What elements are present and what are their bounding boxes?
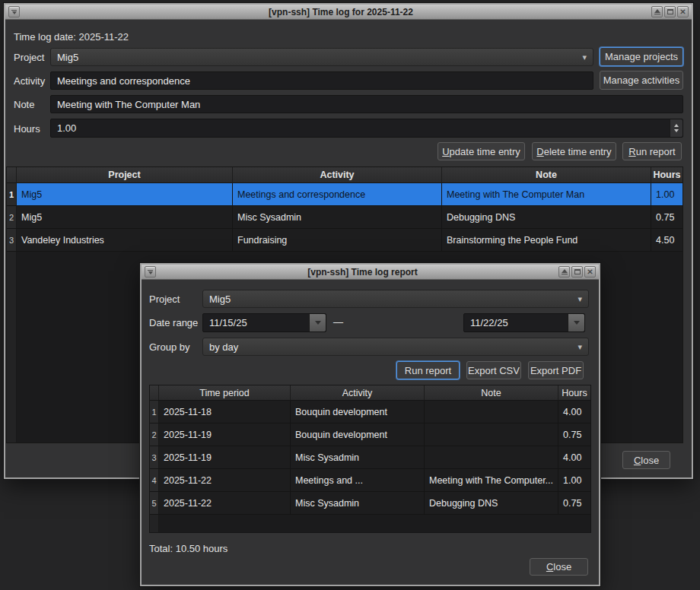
row-number[interactable]: 3 bbox=[7, 229, 17, 252]
time-log-date-label: Time log date: 2025-11-22 bbox=[14, 31, 129, 43]
row-number[interactable]: 2 bbox=[7, 206, 17, 229]
main-close-button[interactable]: Close bbox=[622, 451, 670, 469]
cell-time-period[interactable]: 2025-11-22 bbox=[159, 492, 291, 515]
dialog-window-close-button[interactable]: ✕ bbox=[584, 266, 596, 278]
hours-stepper[interactable] bbox=[670, 119, 682, 137]
shade-button[interactable] bbox=[651, 6, 663, 17]
cell-activity[interactable]: Meetings and ... bbox=[291, 469, 425, 492]
cell-note[interactable]: Meeting with The Computer Man bbox=[442, 183, 651, 206]
dialog-maximize-button[interactable] bbox=[571, 266, 583, 278]
row-number[interactable]: 1 bbox=[150, 401, 159, 423]
dialog-client-area: Project Mig5 ▾ Date range 11/15/25 — 11/… bbox=[142, 280, 599, 585]
cell-activity[interactable]: Misc Sysadmin bbox=[291, 446, 425, 469]
row-number[interactable]: 2 bbox=[150, 423, 159, 446]
dialog-shade-button[interactable] bbox=[558, 266, 570, 278]
delete-time-entry-button[interactable]: Delete time entry bbox=[532, 142, 616, 160]
cell-activity[interactable]: Misc Sysadmin bbox=[233, 206, 442, 229]
table-row[interactable]: 2 Mig5 Misc Sysadmin Debugging DNS 0.75 bbox=[7, 206, 682, 229]
activity-input[interactable] bbox=[50, 71, 593, 90]
table-row[interactable]: 3 Vandeley Industries Fundraising Brains… bbox=[7, 229, 682, 252]
dialog-titlebar[interactable]: [vpn-ssh] Time log report ✕ bbox=[142, 265, 599, 280]
row-number[interactable]: 5 bbox=[150, 492, 159, 515]
report-dialog: [vpn-ssh] Time log report ✕ Project Mig5… bbox=[140, 263, 600, 586]
table-header-note[interactable]: Note bbox=[442, 167, 651, 183]
dialog-close-button[interactable]: Close bbox=[530, 558, 588, 576]
spin-up-icon bbox=[674, 124, 679, 127]
cell-note[interactable] bbox=[425, 401, 558, 423]
cell-hours[interactable]: 1.00 bbox=[651, 183, 682, 206]
report-table-row[interactable]: 4 2025-11-22 Meetings and ... Meeting wi… bbox=[150, 469, 590, 492]
date-to-picker[interactable]: 11/22/25 bbox=[463, 313, 585, 332]
table-header-activity[interactable]: Activity bbox=[291, 385, 425, 401]
chevron-down-icon: ▾ bbox=[578, 342, 582, 352]
row-number[interactable]: 1 bbox=[7, 183, 17, 206]
date-from-picker[interactable]: 11/15/25 bbox=[202, 313, 326, 332]
total-hours-label: Total: 10.50 hours bbox=[149, 543, 228, 554]
note-label: Note bbox=[14, 99, 34, 110]
report-project-combobox[interactable]: Mig5 ▾ bbox=[202, 290, 589, 308]
export-pdf-button[interactable]: Export PDF bbox=[528, 361, 584, 379]
cell-time-period[interactable]: 2025-11-19 bbox=[159, 423, 291, 446]
cell-hours[interactable]: 0.75 bbox=[558, 423, 590, 446]
window-close-button[interactable]: ✕ bbox=[677, 6, 689, 17]
cell-activity[interactable]: Bouquin development bbox=[291, 423, 425, 446]
cell-note[interactable]: Brainstorming the People Fund bbox=[442, 229, 651, 252]
export-csv-button[interactable]: Export CSV bbox=[466, 361, 521, 379]
row-number[interactable]: 3 bbox=[150, 446, 159, 469]
table-header-note[interactable]: Note bbox=[425, 385, 558, 401]
main-titlebar[interactable]: [vpn-ssh] Time log for 2025-11-22 ✕ bbox=[5, 5, 692, 20]
cell-note[interactable] bbox=[425, 446, 558, 469]
chevron-down-icon: ▾ bbox=[582, 52, 587, 62]
cell-hours[interactable]: 4.00 bbox=[558, 446, 590, 469]
row-number[interactable]: 4 bbox=[150, 469, 159, 492]
manage-projects-button[interactable]: Manage projects bbox=[600, 47, 683, 66]
report-table-row[interactable]: 3 2025-11-19 Misc Sysadmin 4.00 bbox=[150, 446, 590, 469]
table-header-hours[interactable]: Hours bbox=[651, 167, 682, 183]
cell-activity[interactable]: Meetings and correspondence bbox=[233, 183, 442, 206]
table-header-time-period[interactable]: Time period bbox=[159, 385, 291, 401]
group-by-combobox[interactable]: by day ▾ bbox=[202, 338, 589, 356]
report-project-label: Project bbox=[149, 293, 180, 305]
cell-hours[interactable]: 1.00 bbox=[558, 469, 590, 492]
group-by-label: Group by bbox=[149, 341, 189, 353]
dialog-run-report-button[interactable]: Run report bbox=[396, 361, 460, 379]
cell-hours[interactable]: 0.75 bbox=[558, 492, 590, 515]
table-header-activity[interactable]: Activity bbox=[233, 167, 442, 183]
cell-note[interactable]: Debugging DNS bbox=[425, 492, 558, 515]
date-to-dropdown-button[interactable] bbox=[568, 314, 584, 331]
cell-time-period[interactable]: 2025-11-22 bbox=[159, 469, 291, 492]
report-table-row[interactable]: 2 2025-11-19 Bouquin development 0.75 bbox=[150, 423, 590, 446]
window-menu-button[interactable] bbox=[8, 6, 20, 17]
cell-project[interactable]: Mig5 bbox=[17, 183, 233, 206]
shade-icon bbox=[654, 9, 660, 14]
dialog-window-menu-button[interactable] bbox=[145, 266, 156, 278]
date-from-dropdown-button[interactable] bbox=[309, 314, 326, 331]
table-header-row: Project Activity Note Hours bbox=[7, 167, 682, 183]
project-combobox[interactable]: Mig5 ▾ bbox=[50, 48, 593, 66]
cell-hours[interactable]: 0.75 bbox=[651, 206, 682, 229]
table-row[interactable]: 1 Mig5 Meetings and correspondence Meeti… bbox=[7, 183, 682, 206]
cell-activity[interactable]: Bouquin development bbox=[291, 401, 425, 423]
table-header-hours[interactable]: Hours bbox=[558, 385, 590, 401]
report-table-row[interactable]: 5 2025-11-22 Misc Sysadmin Debugging DNS… bbox=[150, 492, 590, 515]
cell-activity[interactable]: Misc Sysadmin bbox=[291, 492, 425, 515]
cell-note[interactable]: Meeting with The Computer... bbox=[425, 469, 558, 492]
cell-note[interactable] bbox=[425, 423, 558, 446]
hours-input[interactable] bbox=[50, 119, 683, 138]
note-input[interactable] bbox=[50, 95, 683, 113]
table-header-project[interactable]: Project bbox=[17, 167, 233, 183]
cell-time-period[interactable]: 2025-11-18 bbox=[159, 401, 291, 423]
cell-hours[interactable]: 4.50 bbox=[651, 229, 682, 252]
update-time-entry-button[interactable]: Update time entry bbox=[438, 142, 525, 160]
cell-project[interactable]: Vandeley Industries bbox=[17, 229, 233, 252]
cell-note[interactable]: Debugging DNS bbox=[442, 206, 651, 229]
cell-activity[interactable]: Fundraising bbox=[233, 229, 442, 252]
cell-time-period[interactable]: 2025-11-19 bbox=[159, 446, 291, 469]
manage-activities-button[interactable]: Manage activities bbox=[600, 71, 683, 90]
maximize-button[interactable] bbox=[664, 6, 676, 17]
run-report-button[interactable]: Run report bbox=[622, 142, 682, 160]
cell-project[interactable]: Mig5 bbox=[17, 206, 233, 229]
cell-hours[interactable]: 4.00 bbox=[558, 401, 590, 423]
spin-down-icon bbox=[674, 129, 679, 132]
report-table-row[interactable]: 1 2025-11-18 Bouquin development 4.00 bbox=[150, 401, 590, 423]
